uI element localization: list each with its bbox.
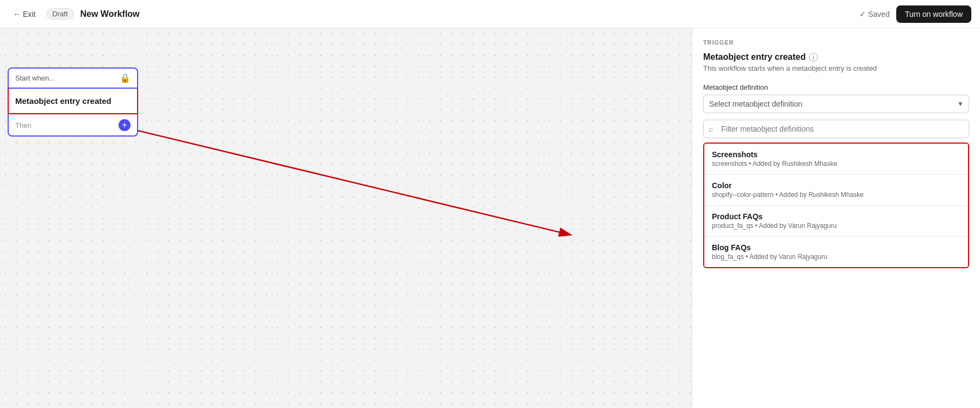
search-wrapper: ⌕ <box>703 120 969 138</box>
main-area: Start when... 🔒 Metaobject entry created… <box>0 28 980 408</box>
metaobject-select-wrapper: Select metaobject definition ▼ <box>703 95 969 113</box>
trigger-title: Metaobject entry created <box>703 52 806 62</box>
exit-icon: ← <box>13 10 21 18</box>
exit-button[interactable]: ← Exit <box>9 7 40 22</box>
topbar-left: ← Exit Draft New Workflow <box>9 7 140 22</box>
arrow-line <box>75 115 571 235</box>
list-item[interactable]: Blog FAQs blog_fa_qs • Added by Varun Ra… <box>704 237 968 267</box>
then-label: Then <box>15 121 32 129</box>
item-meta: screenshots • Added by Rushikesh Mhaske <box>712 160 960 168</box>
saved-label-text: Saved <box>868 10 890 18</box>
node-body-label: Metaobject entry created <box>15 96 111 106</box>
turn-on-workflow-button[interactable]: Turn on workflow <box>896 5 971 23</box>
add-step-button[interactable]: + <box>119 119 131 131</box>
lock-icon: 🔒 <box>120 73 131 83</box>
item-meta: product_fa_qs • Added by Varun Rajyaguru <box>712 222 960 230</box>
item-name: Product FAQs <box>712 212 960 221</box>
node-body[interactable]: Metaobject entry created <box>8 89 138 114</box>
info-icon[interactable]: i <box>809 53 818 61</box>
item-name: Screenshots <box>712 150 960 159</box>
trigger-title-row: Metaobject entry created i <box>703 52 969 62</box>
item-meta: shopify--color-pattern • Added by Rushik… <box>712 191 960 199</box>
node-start-label: Start when... <box>15 74 55 82</box>
list-item[interactable]: Screenshots screenshots • Added by Rushi… <box>704 144 968 175</box>
list-item[interactable]: Product FAQs product_fa_qs • Added by Va… <box>704 206 968 237</box>
item-name: Blog FAQs <box>712 243 960 252</box>
metaobject-select[interactable]: Select metaobject definition <box>703 95 969 113</box>
item-name: Color <box>712 181 960 190</box>
draft-badge: Draft <box>46 8 73 20</box>
right-panel: TRIGGER Metaobject entry created i This … <box>692 28 980 408</box>
search-input[interactable] <box>703 120 969 138</box>
topbar: ← Exit Draft New Workflow ✓ Saved Turn o… <box>0 0 980 28</box>
node-start-header[interactable]: Start when... 🔒 <box>8 67 138 89</box>
workflow-title: New Workflow <box>80 9 140 19</box>
exit-label: Exit <box>23 10 35 18</box>
topbar-right: ✓ Saved Turn on workflow <box>859 5 971 23</box>
trigger-section-label: TRIGGER <box>703 39 969 46</box>
workflow-canvas: Start when... 🔒 Metaobject entry created… <box>0 28 692 408</box>
workflow-node: Start when... 🔒 Metaobject entry created… <box>8 67 138 137</box>
metaobject-field-label: Metaobject definition <box>703 83 969 91</box>
metaobject-dropdown-list: Screenshots screenshots • Added by Rushi… <box>703 143 969 268</box>
list-item[interactable]: Color shopify--color-pattern • Added by … <box>704 175 968 206</box>
saved-status: ✓ Saved <box>859 10 890 18</box>
trigger-description: This workflow starts when a metaobject e… <box>703 64 969 72</box>
node-footer: Then + <box>8 114 138 137</box>
check-icon: ✓ <box>859 10 866 18</box>
search-icon: ⌕ <box>709 125 713 133</box>
item-meta: blog_fa_qs • Added by Varun Rajyaguru <box>712 253 960 261</box>
